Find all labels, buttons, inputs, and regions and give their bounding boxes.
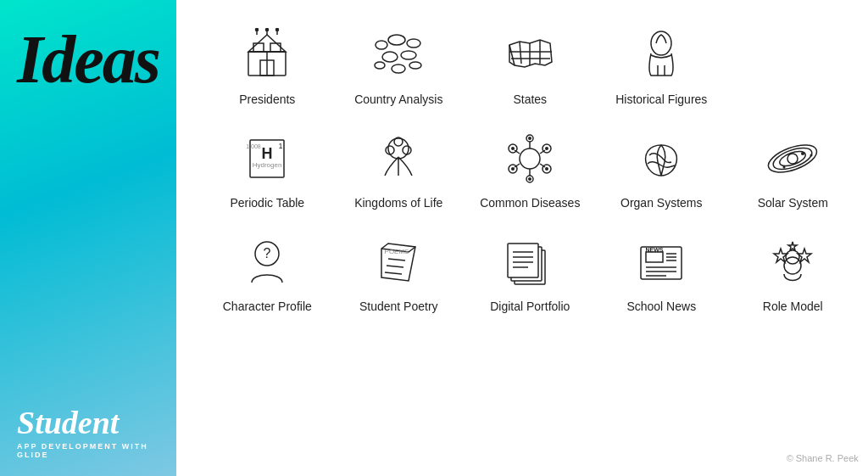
solar-system-label: Solar System — [758, 195, 828, 210]
digital-portfolio-icon — [500, 232, 559, 292]
organ-systems-label: Organ Systems — [620, 195, 702, 210]
svg-point-57 — [801, 152, 804, 155]
card-states[interactable]: States — [465, 17, 596, 114]
svg-point-53 — [787, 154, 798, 164]
svg-text:H: H — [262, 145, 273, 162]
svg-point-50 — [545, 167, 548, 171]
svg-point-59 — [783, 166, 786, 169]
svg-rect-74 — [646, 252, 663, 262]
copyright-label: © Shane R. Peek — [787, 453, 859, 463]
digital-portfolio-label: Digital Portfolio — [490, 299, 570, 314]
svg-point-52 — [528, 177, 531, 181]
organ-systems-icon — [632, 129, 691, 188]
svg-point-20 — [409, 62, 421, 69]
common-diseases-label: Common Diseases — [480, 195, 580, 210]
svg-point-17 — [401, 51, 416, 59]
grid-row-1: H Hydrogen 1 1.008 Periodic Table Kingdo… — [202, 120, 859, 217]
solar-system-icon — [763, 129, 822, 188]
svg-text:POEMS: POEMS — [385, 248, 409, 255]
country-analysis-icon — [369, 25, 428, 85]
svg-point-15 — [407, 39, 420, 48]
svg-point-48 — [545, 147, 548, 150]
svg-text:1: 1 — [279, 142, 283, 150]
character-profile-icon: ? — [237, 232, 297, 292]
card-country-analysis[interactable]: Country Analysis — [333, 17, 465, 114]
svg-point-55 — [771, 144, 815, 174]
presidents-label: Presidents — [239, 92, 295, 107]
historical-figures-label: Historical Figures — [615, 92, 707, 107]
svg-point-49 — [511, 167, 515, 171]
country-analysis-label: Country Analysis — [354, 92, 442, 107]
svg-point-47 — [511, 147, 515, 150]
card-solar-system[interactable]: Solar System — [727, 120, 859, 217]
grid-row-0: Presidents Country Analysis States — [202, 17, 859, 114]
svg-point-11 — [266, 29, 269, 31]
svg-point-30 — [388, 138, 409, 159]
svg-point-18 — [375, 62, 385, 69]
svg-line-64 — [385, 272, 402, 274]
svg-rect-2 — [270, 43, 281, 52]
card-organ-systems[interactable]: Organ Systems — [596, 120, 727, 217]
left-panel: Ideas Student APP DEVELOPMENT WITH GLIDE — [0, 0, 176, 476]
common-diseases-icon — [500, 129, 559, 188]
svg-point-19 — [392, 64, 405, 73]
presidents-icon — [237, 25, 297, 85]
card-historical-figures[interactable]: Historical Figures — [596, 17, 727, 114]
periodic-table-icon: H Hydrogen 1 1.008 — [237, 129, 297, 188]
card-periodic-table[interactable]: H Hydrogen 1 1.008 Periodic Table — [202, 120, 333, 217]
card-common-diseases[interactable]: Common Diseases — [465, 120, 596, 217]
svg-point-56 — [765, 140, 820, 178]
student-poetry-label: Student Poetry — [359, 299, 438, 314]
svg-point-10 — [256, 29, 259, 31]
role-model-label: Role Model — [763, 299, 823, 314]
svg-point-58 — [810, 154, 813, 157]
card-role-model[interactable]: Role Model — [727, 224, 859, 321]
app-dev-label: APP DEVELOPMENT WITH GLIDE — [17, 442, 159, 459]
svg-text:NEWS: NEWS — [646, 247, 664, 253]
student-section: Student APP DEVELOPMENT WITH GLIDE — [17, 406, 159, 459]
right-panel: Presidents Country Analysis States — [176, 0, 868, 476]
svg-line-63 — [387, 266, 403, 267]
svg-point-13 — [376, 41, 387, 49]
student-poetry-icon: POEMS — [369, 232, 428, 292]
states-label: States — [513, 92, 547, 107]
svg-point-34 — [520, 148, 540, 169]
kingdoms-of-life-label: Kingdoms of Life — [354, 195, 442, 210]
svg-line-62 — [388, 259, 405, 260]
svg-point-51 — [528, 137, 531, 140]
ideas-title: Ideas — [17, 25, 159, 93]
states-icon — [500, 25, 559, 85]
role-model-icon — [763, 232, 822, 292]
grid-row-2: ? Character Profile POEMS Student Poetry… — [202, 224, 859, 321]
card-school-news[interactable]: NEWS School News — [596, 224, 727, 321]
periodic-table-label: Periodic Table — [230, 195, 304, 210]
card-presidents[interactable]: Presidents — [202, 17, 333, 114]
svg-text:1.008: 1.008 — [247, 143, 262, 149]
svg-rect-68 — [508, 244, 538, 277]
card-kingdoms-of-life[interactable]: Kingdoms of Life — [333, 120, 465, 217]
svg-rect-1 — [253, 43, 264, 52]
student-title: Student — [17, 406, 159, 439]
character-profile-label: Character Profile — [223, 299, 312, 314]
card-digital-portfolio[interactable]: Digital Portfolio — [465, 224, 596, 321]
card-character-profile[interactable]: ? Character Profile — [202, 224, 333, 321]
card-student-poetry[interactable]: POEMS Student Poetry — [333, 224, 465, 321]
school-news-icon: NEWS — [632, 232, 691, 292]
svg-point-16 — [382, 52, 398, 62]
svg-point-12 — [276, 29, 279, 31]
svg-text:?: ? — [264, 246, 271, 260]
svg-marker-85 — [788, 242, 797, 250]
school-news-label: School News — [626, 299, 696, 314]
svg-text:Hydrogen: Hydrogen — [253, 161, 282, 169]
kingdoms-of-life-icon — [369, 129, 428, 188]
rows-container: Presidents Country Analysis States — [202, 17, 859, 445]
historical-figures-icon — [632, 25, 691, 85]
svg-point-14 — [388, 35, 405, 45]
